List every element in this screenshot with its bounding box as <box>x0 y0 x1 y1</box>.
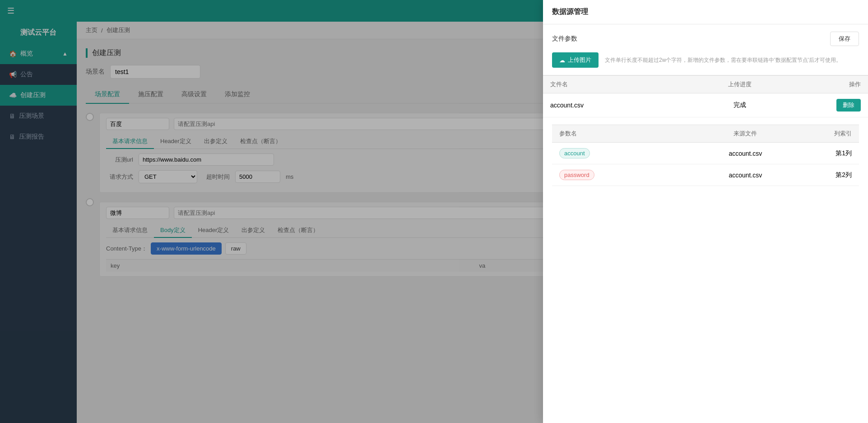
file-table: 文件名 上传进度 操作 account.csv 完成 删除 <box>543 75 868 117</box>
file-progress-cell: 完成 <box>688 101 792 109</box>
file-table-header: 文件名 上传进度 操作 <box>543 75 868 93</box>
save-button[interactable]: 保存 <box>830 32 859 46</box>
file-table-row: account.csv 完成 删除 <box>543 93 868 117</box>
file-params-section: 文件参数 保存 ☁ 上传图片 文件单行长度不能超过2w个字符，新增的文件参数，需… <box>543 24 868 75</box>
param-source-password: account.csv <box>692 172 799 179</box>
modal-panel: 数据源管理 文件参数 保存 ☁ 上传图片 文件单行长度不能超过2w个字符，新增的… <box>543 0 868 423</box>
upload-button[interactable]: ☁ 上传图片 <box>552 52 599 68</box>
file-col-action-header: 操作 <box>792 80 861 88</box>
param-badge-password: password <box>559 170 594 180</box>
upload-icon: ☁ <box>559 57 565 64</box>
upload-row: ☁ 上传图片 文件单行长度不能超过2w个字符，新增的文件参数，需在要串联链路中'… <box>552 52 859 68</box>
file-name-cell: account.csv <box>550 102 688 109</box>
upload-hint: 文件单行长度不能超过2w个字符，新增的文件参数，需在要串联链路中'数据配置节点'… <box>605 56 859 64</box>
param-section: 参数名 来源文件 列索引 account account.csv 第1列 pas… <box>543 117 868 193</box>
param-name-password: password <box>559 170 692 180</box>
file-col-name-header: 文件名 <box>550 80 688 88</box>
param-index-account: 第1列 <box>798 149 852 158</box>
param-row-password: password account.csv 第2列 <box>552 164 859 186</box>
file-params-title: 文件参数 <box>552 35 577 43</box>
modal-header: 数据源管理 <box>543 0 868 24</box>
param-row-account: account account.csv 第1列 <box>552 143 859 164</box>
file-action-cell: 删除 <box>792 99 861 112</box>
param-badge-account: account <box>559 148 590 158</box>
param-table-header: 参数名 来源文件 列索引 <box>552 125 859 143</box>
modal-title: 数据源管理 <box>552 8 588 15</box>
upload-btn-label: 上传图片 <box>568 56 591 64</box>
param-col-index-header: 列索引 <box>798 130 852 138</box>
param-col-source-header: 来源文件 <box>692 130 799 138</box>
param-col-name-header: 参数名 <box>559 130 692 138</box>
param-name-account: account <box>559 148 692 158</box>
modal-overlay[interactable]: 数据源管理 文件参数 保存 ☁ 上传图片 文件单行长度不能超过2w个字符，新增的… <box>0 0 868 423</box>
file-params-header: 文件参数 保存 <box>552 32 859 46</box>
param-index-password: 第2列 <box>798 171 852 179</box>
delete-button[interactable]: 删除 <box>836 99 861 112</box>
file-col-progress-header: 上传进度 <box>688 80 792 88</box>
param-source-account: account.csv <box>692 150 799 157</box>
